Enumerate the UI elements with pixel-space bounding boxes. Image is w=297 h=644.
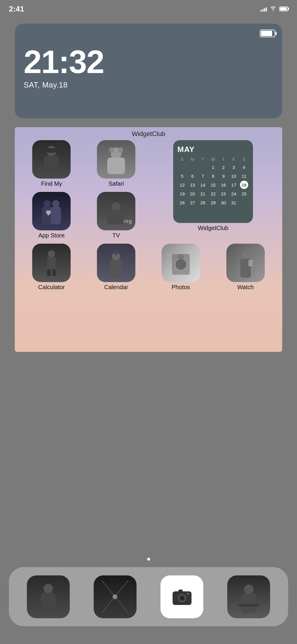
svg-point-21 <box>114 250 119 255</box>
widgetclub-header: WidgetClub <box>15 127 282 140</box>
svg-point-24 <box>178 254 184 260</box>
calendar-grid: S M T W T F S 1 2 3 4 5 6 <box>177 156 249 207</box>
photos-icon[interactable] <box>162 244 200 282</box>
app-tv[interactable]: ing TV <box>85 192 147 239</box>
svg-point-29 <box>43 584 53 593</box>
svg-point-42 <box>244 585 254 594</box>
svg-rect-3 <box>46 148 57 152</box>
svg-rect-43 <box>241 593 256 613</box>
svg-rect-40 <box>178 590 183 593</box>
signal-icon <box>260 6 267 12</box>
page-indicator <box>0 558 297 561</box>
svg-point-26 <box>241 251 250 260</box>
app-find-my[interactable]: Find My <box>21 140 82 187</box>
app-store[interactable]: App Store <box>21 192 82 239</box>
status-time: 2:41 <box>9 4 24 14</box>
svg-rect-25 <box>177 259 184 268</box>
svg-point-13 <box>112 202 121 211</box>
svg-rect-20 <box>110 260 122 278</box>
svg-rect-14 <box>107 210 125 224</box>
svg-line-32 <box>115 597 128 613</box>
svg-line-34 <box>115 580 128 597</box>
app-store-label: App Store <box>38 232 65 239</box>
svg-point-9 <box>43 200 51 207</box>
calendar-widget[interactable]: MAY S M T W T F S 1 2 3 4 <box>150 140 277 239</box>
tv-text: ing <box>124 218 132 224</box>
lock-widget: 21:32 SAT, May.18 <box>15 24 282 118</box>
app-calculator[interactable]: Calculator <box>21 244 82 291</box>
status-bar: 2:41 <box>0 0 297 18</box>
lock-date: SAT, May.18 <box>24 80 273 90</box>
svg-line-33 <box>102 580 115 597</box>
lock-time: 21:32 <box>24 46 273 78</box>
svg-rect-30 <box>41 593 56 613</box>
calculator-label: Calculator <box>38 284 65 291</box>
svg-point-5 <box>109 147 114 153</box>
svg-rect-44 <box>238 604 259 606</box>
svg-rect-18 <box>52 269 56 276</box>
svg-point-15 <box>48 250 55 258</box>
svg-rect-17 <box>47 269 51 276</box>
app-photos[interactable]: Photos <box>150 244 212 291</box>
svg-rect-7 <box>107 158 125 174</box>
watch-icon[interactable] <box>226 244 265 282</box>
find-my-icon[interactable] <box>32 140 71 179</box>
photos-label: Photos <box>172 284 190 291</box>
calendar-app-icon[interactable] <box>97 244 135 282</box>
svg-point-41 <box>187 593 189 595</box>
svg-rect-12 <box>51 207 61 224</box>
svg-line-31 <box>102 597 115 613</box>
tv-icon[interactable]: ing <box>97 192 135 230</box>
watch-label: Watch <box>237 284 254 291</box>
dock-app-camera[interactable] <box>160 575 203 618</box>
app-grid: Find My Safari MAY S <box>15 140 282 291</box>
status-right <box>260 6 288 12</box>
lock-battery-icon <box>260 30 275 37</box>
app-watch[interactable]: Watch <box>215 244 276 291</box>
svg-rect-10 <box>42 207 52 224</box>
calculator-icon[interactable] <box>32 244 71 282</box>
calendar-month: MAY <box>177 145 249 154</box>
app-calendar[interactable]: Calendar <box>85 244 147 291</box>
svg-rect-28 <box>249 260 253 266</box>
battery-icon <box>279 7 288 11</box>
app-safari[interactable]: Safari <box>85 140 147 187</box>
svg-point-39 <box>180 596 184 600</box>
dock-app-girl[interactable] <box>27 575 70 618</box>
svg-point-11 <box>52 200 59 207</box>
wifi-icon <box>270 6 276 12</box>
page-dot <box>147 558 150 561</box>
find-my-label: Find My <box>41 180 62 187</box>
svg-point-35 <box>113 594 117 599</box>
calendar-label: Calendar <box>104 284 128 291</box>
safari-label: Safari <box>108 180 124 187</box>
tv-label: TV <box>112 232 120 239</box>
calendar-widget-label: WidgetClub <box>198 225 228 232</box>
dock <box>9 567 288 626</box>
svg-point-6 <box>118 147 123 153</box>
app-store-icon[interactable] <box>32 192 71 230</box>
dock-app-dark[interactable] <box>227 575 270 618</box>
home-screen: WidgetClub Find My <box>15 127 282 352</box>
calendar-box: MAY S M T W T F S 1 2 3 4 <box>173 140 253 223</box>
svg-rect-1 <box>44 156 59 174</box>
dock-app-subway[interactable] <box>94 575 137 618</box>
safari-icon[interactable] <box>97 140 135 179</box>
